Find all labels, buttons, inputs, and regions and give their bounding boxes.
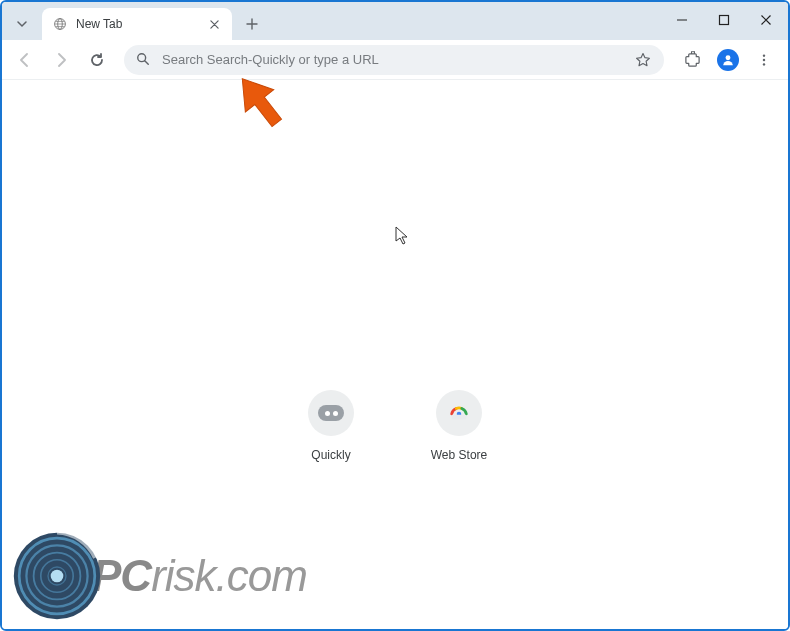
new-tab-page: Quickly Web Store: [2, 80, 788, 629]
forward-button[interactable]: [46, 45, 76, 75]
shortcuts-row: Quickly Web Store: [287, 390, 503, 462]
quickly-icon: [308, 390, 354, 436]
shortcut-web-store[interactable]: Web Store: [415, 390, 503, 462]
minimize-button[interactable]: [672, 10, 692, 30]
browser-tab[interactable]: New Tab: [42, 8, 232, 40]
watermark-disc-icon: [12, 531, 102, 621]
watermark-logo: PCrisk.com: [12, 531, 307, 621]
shortcut-label: Quickly: [311, 448, 350, 462]
globe-icon: [52, 16, 68, 32]
svg-point-7: [763, 63, 765, 65]
reload-button[interactable]: [82, 45, 112, 75]
menu-button[interactable]: [748, 44, 780, 76]
svg-rect-9: [452, 415, 467, 420]
search-icon: [136, 52, 152, 68]
web-store-icon: [436, 390, 482, 436]
address-bar-placeholder: Search Search-Quickly or type a URL: [162, 52, 634, 67]
tab-bar: New Tab: [2, 2, 788, 40]
svg-point-4: [726, 55, 731, 60]
tab-title: New Tab: [76, 17, 122, 31]
back-button[interactable]: [10, 45, 40, 75]
tab-search-button[interactable]: [10, 12, 34, 36]
bookmark-button[interactable]: [634, 51, 652, 69]
svg-rect-2: [720, 16, 729, 25]
avatar-icon: [717, 49, 739, 71]
close-tab-button[interactable]: [206, 16, 222, 32]
toolbar: Search Search-Quickly or type a URL: [2, 40, 788, 80]
close-window-button[interactable]: [756, 10, 776, 30]
svg-point-5: [763, 54, 765, 56]
svg-point-6: [763, 58, 765, 60]
address-bar[interactable]: Search Search-Quickly or type a URL: [124, 45, 664, 75]
new-tab-button[interactable]: [238, 10, 266, 38]
maximize-button[interactable]: [714, 10, 734, 30]
svg-point-16: [51, 570, 64, 583]
shortcut-label: Web Store: [431, 448, 487, 462]
watermark-text: PCrisk.com: [92, 551, 307, 601]
shortcut-quickly[interactable]: Quickly: [287, 390, 375, 462]
extensions-button[interactable]: [676, 44, 708, 76]
profile-button[interactable]: [712, 44, 744, 76]
